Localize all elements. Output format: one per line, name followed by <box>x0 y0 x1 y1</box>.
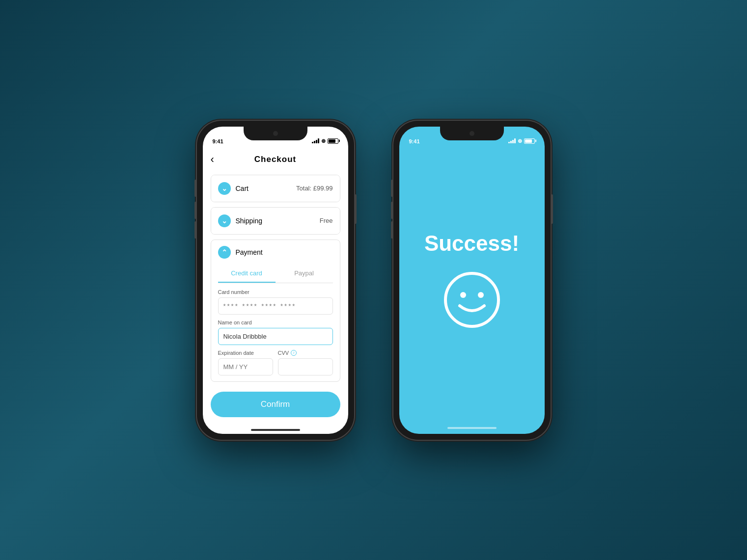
shipping-accordion[interactable]: ⌄ Shipping Free <box>211 207 340 235</box>
home-indicator-2 <box>447 427 497 429</box>
expiry-input[interactable] <box>218 358 273 375</box>
cart-accordion[interactable]: ⌄ Cart Total: £99.99 <box>211 175 340 202</box>
smiley-icon <box>443 270 501 329</box>
battery-icon-2 <box>524 138 535 144</box>
wifi-icon: ⊛ <box>321 138 326 144</box>
status-icons-2: ⊛ <box>508 138 535 144</box>
success-screen: 9:41 ⊛ Success! <box>399 127 545 434</box>
cart-label: Cart <box>236 185 292 192</box>
confirm-button[interactable]: Confirm <box>211 392 340 417</box>
cvv-input[interactable] <box>278 358 333 375</box>
notch-2 <box>440 127 504 140</box>
phone-success: 9:41 ⊛ Success! <box>393 121 551 440</box>
battery-fill-2 <box>525 139 532 143</box>
payment-tabs: Credit card Paypal <box>218 265 333 283</box>
checkout-body: ⌄ Cart Total: £99.99 ⌄ Shipping Free ⌃ P… <box>203 169 348 388</box>
checkout-screen: 9:41 ⊛ ‹ Checkout ⌄ Cart <box>203 127 348 434</box>
svg-point-0 <box>445 273 498 326</box>
name-group: Name on card <box>218 320 333 345</box>
tab-paypal[interactable]: Paypal <box>276 265 333 283</box>
success-title: Success! <box>424 231 519 256</box>
svg-point-1 <box>460 292 466 298</box>
cart-total: Total: £99.99 <box>296 185 332 192</box>
success-screen-wrapper: 9:41 ⊛ Success! <box>399 127 545 434</box>
payment-chevron-icon: ⌃ <box>218 246 231 259</box>
notch <box>244 127 307 140</box>
svg-point-2 <box>478 292 484 298</box>
shipping-label: Shipping <box>236 217 315 225</box>
back-button[interactable]: ‹ <box>211 154 214 165</box>
cart-accordion-header[interactable]: ⌄ Cart Total: £99.99 <box>211 175 340 202</box>
payment-header[interactable]: ⌃ Payment <box>211 240 340 265</box>
status-time: 9:41 <box>213 138 223 144</box>
notch-dot <box>273 131 278 136</box>
shipping-accordion-header[interactable]: ⌄ Shipping Free <box>211 208 340 234</box>
expiry-cvv-row: Expiration date CVV i <box>218 350 333 375</box>
shipping-value: Free <box>320 217 333 224</box>
card-number-input[interactable] <box>218 297 333 315</box>
tab-credit-card[interactable]: Credit card <box>218 265 276 283</box>
wifi-icon-2: ⊛ <box>518 138 522 144</box>
card-number-group: Card number <box>218 289 333 315</box>
card-number-label: Card number <box>218 289 333 295</box>
cvv-group: CVV i <box>278 350 333 375</box>
name-input[interactable] <box>218 328 333 345</box>
home-bar <box>251 429 300 431</box>
status-time-2: 9:41 <box>409 138 420 144</box>
cvv-label: CVV i <box>278 350 333 356</box>
shipping-chevron-icon: ⌄ <box>218 214 231 227</box>
payment-section: ⌃ Payment Credit card Paypal Card number… <box>211 240 340 382</box>
battery-icon <box>328 138 338 144</box>
status-icons: ⊛ <box>312 138 338 144</box>
home-indicator <box>203 425 348 434</box>
cart-chevron-icon: ⌄ <box>218 182 231 195</box>
cvv-info-icon[interactable]: i <box>291 350 297 356</box>
payment-label: Payment <box>236 248 333 256</box>
battery-fill <box>329 139 335 143</box>
expiry-group: Expiration date <box>218 350 273 375</box>
signal-icon-2 <box>508 138 516 143</box>
name-label: Name on card <box>218 320 333 325</box>
checkout-header: ‹ Checkout <box>203 148 348 169</box>
notch-dot-2 <box>470 131 474 136</box>
expiry-label: Expiration date <box>218 350 273 356</box>
signal-icon <box>312 138 319 143</box>
page-title: Checkout <box>254 155 296 164</box>
payment-form: Card number Name on card Expiration date <box>211 283 340 381</box>
home-bar-2 <box>447 427 497 429</box>
phone-checkout: 9:41 ⊛ ‹ Checkout ⌄ Cart <box>197 121 354 440</box>
